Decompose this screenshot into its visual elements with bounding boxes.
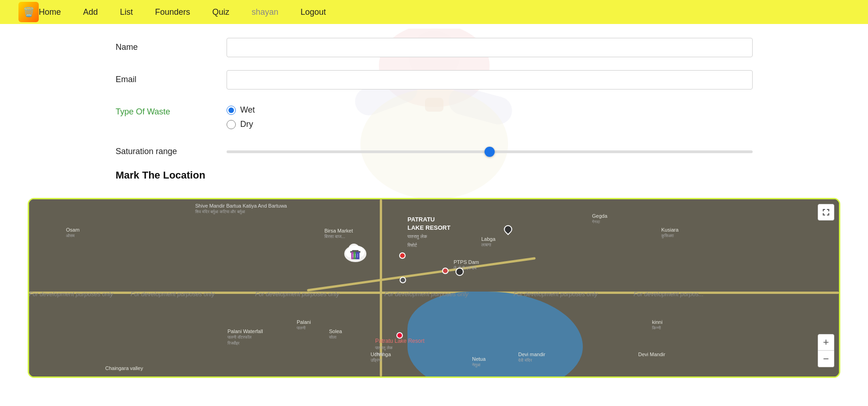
saturation-label: Saturation range bbox=[116, 142, 227, 156]
map-label-kinni: kinniकिन्नी bbox=[652, 319, 663, 331]
dry-label-text: Dry bbox=[240, 119, 253, 129]
nav-links: Home Add List Founders Quiz shayan Logou… bbox=[39, 7, 326, 17]
dev-text-3: For development purposes only bbox=[255, 291, 339, 298]
dev-text-2: For development purposes only bbox=[131, 291, 215, 298]
map-zoom-minus-button[interactable]: − bbox=[818, 351, 834, 367]
map-label-chaingara: Chaingara valley bbox=[105, 365, 143, 371]
map-label-netua: Netuaनेतुआ bbox=[472, 356, 485, 368]
wet-label-text: Wet bbox=[240, 105, 255, 115]
fullscreen-icon bbox=[821, 208, 831, 217]
email-label: Email bbox=[116, 70, 227, 84]
nav-link-username: shayan bbox=[251, 7, 278, 17]
map-label-palani: Palaniपालनी bbox=[297, 319, 311, 331]
nav-link-add[interactable]: Add bbox=[83, 7, 98, 17]
waste-row: Type Of Waste Wet Dry bbox=[116, 102, 753, 129]
map-pin-loc2 bbox=[400, 277, 406, 283]
navbar: 🗑️ Home Add List Founders Quiz shayan Lo… bbox=[0, 0, 868, 24]
map-label-devi-mandir1: Devi mandirदेवी मंदिर bbox=[518, 352, 545, 363]
map-pin-ptps bbox=[442, 268, 449, 274]
nav-link-quiz[interactable]: Quiz bbox=[212, 7, 229, 17]
map-label-palani-waterfall: Palani Waterfallपालनी वॉटरफॉलरिजर्वोइर bbox=[227, 328, 263, 346]
map-label-patratu-resort: PATRATULAKE RESORTपातरातु लेकरिसोर्ट bbox=[407, 215, 450, 249]
wet-radio-label[interactable]: Wet bbox=[227, 105, 255, 115]
map-label-birsa: Birsa Marketबिरसा बाज... bbox=[324, 228, 353, 239]
trash-cloud-svg bbox=[343, 240, 368, 265]
svg-rect-17 bbox=[353, 252, 356, 259]
email-row: Email bbox=[116, 70, 753, 90]
map-pin-attraction2 bbox=[455, 268, 464, 276]
map-trash-icon bbox=[343, 240, 368, 265]
map-label-solea: Soleaसोला bbox=[329, 328, 342, 340]
nav-link-founders[interactable]: Founders bbox=[155, 7, 190, 17]
map-inner: For development purposes only For develo… bbox=[29, 199, 839, 376]
nav-item-quiz[interactable]: Quiz bbox=[212, 7, 229, 17]
dev-text-6: For development purpos... bbox=[634, 291, 704, 298]
saturation-row: Saturation range bbox=[116, 142, 753, 156]
map-pin-lake-resort bbox=[396, 332, 403, 339]
nav-link-home[interactable]: Home bbox=[39, 7, 61, 17]
waste-radio-group: Wet Dry bbox=[227, 102, 255, 129]
dry-radio[interactable] bbox=[227, 120, 236, 129]
dev-text-5: For development purposes only bbox=[514, 291, 598, 298]
dry-radio-label[interactable]: Dry bbox=[227, 119, 255, 129]
svg-rect-12 bbox=[352, 250, 359, 252]
saturation-slider[interactable] bbox=[227, 150, 753, 153]
map-pin-main bbox=[399, 252, 406, 259]
nav-item-username: shayan bbox=[251, 7, 278, 17]
wet-radio[interactable] bbox=[227, 106, 236, 115]
map-fullscreen-button[interactable] bbox=[818, 204, 834, 221]
mark-location-title: Mark The Location bbox=[116, 169, 753, 181]
svg-rect-16 bbox=[351, 252, 353, 259]
name-label: Name bbox=[116, 38, 227, 52]
dev-text-4: For development purposes only bbox=[384, 291, 468, 298]
dev-text-1: For development purposes only bbox=[29, 291, 113, 298]
map-label-gegda: Gegdaगेगदा bbox=[592, 213, 607, 225]
name-input[interactable] bbox=[227, 38, 753, 57]
nav-item-home[interactable]: Home bbox=[39, 7, 61, 17]
nav-item-logout[interactable]: Logout bbox=[300, 7, 326, 17]
nav-link-list[interactable]: List bbox=[120, 7, 133, 17]
nav-link-logout[interactable]: Logout bbox=[300, 7, 326, 17]
waste-label: Type Of Waste bbox=[116, 102, 227, 117]
nav-item-add[interactable]: Add bbox=[83, 7, 98, 17]
map-label-kusiara: Kusiaraकुसिअरा bbox=[661, 227, 678, 239]
svg-rect-18 bbox=[356, 252, 359, 259]
slider-wrapper bbox=[227, 142, 753, 155]
map-label-labga: Labgaलाबगा bbox=[481, 236, 496, 248]
map-zoom-plus-button[interactable]: + bbox=[818, 334, 834, 351]
name-row: Name bbox=[116, 38, 753, 57]
page-wrapper: Name Email Type Of Waste Wet Dry bbox=[0, 24, 868, 406]
nav-item-founders[interactable]: Founders bbox=[155, 7, 190, 17]
email-input[interactable] bbox=[227, 70, 753, 90]
map-label-osam: Osamओसम bbox=[66, 227, 79, 239]
map-container[interactable]: For development purposes only For develo… bbox=[28, 198, 840, 378]
form-section: Name Email Type Of Waste Wet Dry bbox=[79, 24, 790, 198]
map-label-uchringa: Uchringaउछ्रिंगा bbox=[371, 352, 391, 363]
map-label-shive-mandir: Shive Mandir Bartua Katiya And Bartuwaशि… bbox=[195, 203, 287, 215]
logo: 🗑️ bbox=[18, 2, 39, 22]
map-label-devi-mandir2: Devi Mandir bbox=[638, 352, 665, 357]
nav-item-list[interactable]: List bbox=[120, 7, 133, 17]
